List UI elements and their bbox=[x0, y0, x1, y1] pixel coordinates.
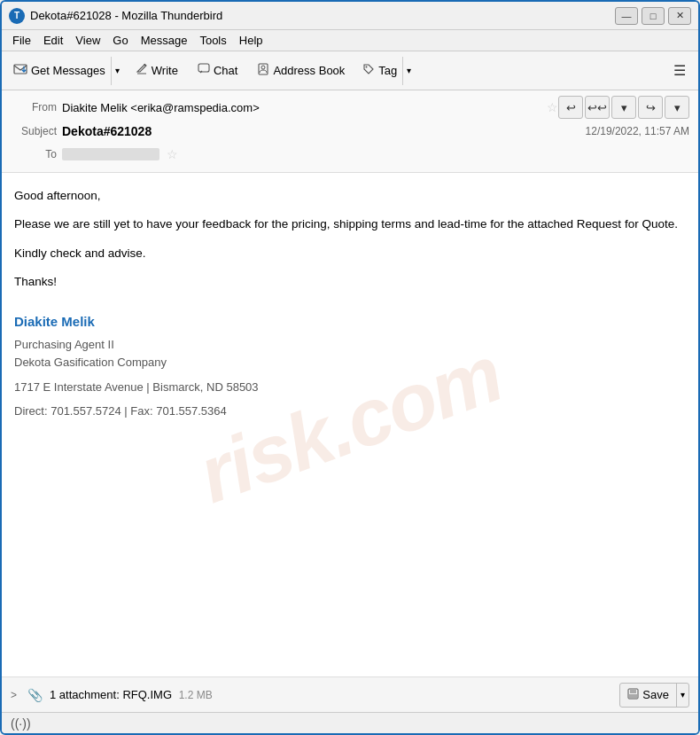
menu-edit[interactable]: Edit bbox=[38, 32, 68, 49]
to-value-placeholder bbox=[62, 148, 159, 160]
to-label: To bbox=[11, 148, 57, 160]
more-actions-button[interactable]: ▾ bbox=[665, 96, 689, 119]
menu-tools[interactable]: Tools bbox=[194, 32, 231, 49]
menu-go[interactable]: Go bbox=[107, 32, 133, 49]
app-icon: T bbox=[9, 8, 25, 24]
tag-button[interactable]: Tag bbox=[357, 57, 402, 85]
body-paragraph3: Thanks! bbox=[14, 273, 686, 291]
get-messages-label: Get Messages bbox=[31, 64, 105, 77]
attachment-name: 1 attachment: RFQ.IMG bbox=[50, 688, 172, 701]
sig-contact: Direct: 701.557.5724 | Fax: 701.557.5364 bbox=[14, 403, 686, 420]
email-body: risk.com Good afternoon, Please we are s… bbox=[2, 173, 698, 676]
address-book-button[interactable]: Address Book bbox=[249, 57, 353, 85]
get-messages-split: Get Messages ▾ bbox=[7, 56, 124, 86]
email-signature: Diakite Melik Purchasing Agent II Dekota… bbox=[14, 312, 686, 420]
minimize-button[interactable]: — bbox=[615, 7, 638, 25]
sig-title: Purchasing Agent II bbox=[14, 336, 686, 354]
greeting: Good afternoon, bbox=[14, 187, 686, 205]
svg-point-5 bbox=[366, 66, 368, 68]
write-button[interactable]: Write bbox=[128, 57, 186, 85]
svg-point-4 bbox=[261, 66, 265, 69]
attachment-bar: > 📎 1 attachment: RFQ.IMG 1.2 MB Save ▾ bbox=[2, 676, 698, 712]
to-star-icon[interactable]: ☆ bbox=[167, 147, 178, 161]
from-star-icon[interactable]: ☆ bbox=[547, 100, 558, 114]
body-paragraph2: Kindly check and advise. bbox=[14, 245, 686, 262]
window-title: Dekota#621028 - Mozilla Thunderbird bbox=[30, 9, 615, 22]
sig-company: Dekota Gasification Company bbox=[14, 354, 686, 371]
sig-address: 1717 E Interstate Avenue | Bismarck, ND … bbox=[14, 379, 686, 396]
svg-rect-7 bbox=[630, 689, 636, 693]
toolbar: Get Messages ▾ Write Cha bbox=[2, 51, 698, 90]
svg-rect-0 bbox=[14, 65, 27, 74]
reply-all-button[interactable]: ↩↩ bbox=[585, 96, 610, 119]
address-book-icon bbox=[257, 63, 269, 78]
maximize-button[interactable]: □ bbox=[642, 7, 665, 25]
subject-value: Dekota#621028 bbox=[62, 124, 586, 138]
save-dropdown[interactable]: ▾ bbox=[676, 684, 688, 707]
menu-file[interactable]: File bbox=[7, 32, 36, 49]
email-header: From Diakite Melik <erika@ramspedia.com>… bbox=[2, 90, 698, 173]
to-row: To ☆ bbox=[11, 144, 689, 165]
reply-button[interactable]: ↩ bbox=[558, 96, 583, 119]
status-bar: ((·)) bbox=[2, 712, 698, 733]
close-button[interactable]: ✕ bbox=[668, 7, 691, 25]
menu-help[interactable]: Help bbox=[234, 32, 268, 49]
save-label: Save bbox=[642, 688, 669, 701]
tag-dropdown[interactable]: ▾ bbox=[402, 57, 415, 85]
nav-actions: ↩ ↩↩ ▾ ↪ ▾ bbox=[558, 96, 689, 119]
chat-label: Chat bbox=[214, 64, 237, 77]
nav-dropdown-button[interactable]: ▾ bbox=[611, 96, 636, 119]
wifi-icon: ((·)) bbox=[11, 716, 31, 731]
attachment-expand[interactable]: > bbox=[11, 689, 17, 701]
write-icon bbox=[136, 63, 148, 78]
get-messages-dropdown[interactable]: ▾ bbox=[111, 57, 123, 85]
svg-rect-8 bbox=[629, 694, 637, 698]
attachment-size: 1.2 MB bbox=[179, 689, 213, 701]
subject-row: Subject Dekota#621028 12/19/2022, 11:57 … bbox=[11, 121, 689, 142]
tag-icon bbox=[362, 63, 375, 78]
timestamp: 12/19/2022, 11:57 AM bbox=[586, 125, 689, 137]
write-label: Write bbox=[152, 64, 178, 77]
from-value: Diakite Melik <erika@ramspedia.com> bbox=[62, 101, 543, 114]
chat-button[interactable]: Chat bbox=[190, 57, 245, 85]
save-button[interactable]: Save bbox=[620, 684, 676, 707]
main-window: T Dekota#621028 - Mozilla Thunderbird — … bbox=[0, 0, 700, 735]
chat-icon bbox=[198, 63, 210, 78]
from-row: From Diakite Melik <erika@ramspedia.com>… bbox=[11, 96, 689, 119]
subject-label: Subject bbox=[11, 125, 57, 137]
title-bar: T Dekota#621028 - Mozilla Thunderbird — … bbox=[2, 2, 698, 30]
tag-label: Tag bbox=[378, 64, 397, 77]
hamburger-button[interactable]: ☰ bbox=[666, 59, 693, 82]
tag-split: Tag ▾ bbox=[356, 56, 416, 86]
attachment-clip-icon: 📎 bbox=[27, 688, 43, 702]
svg-rect-2 bbox=[198, 64, 209, 72]
get-messages-icon bbox=[13, 62, 27, 79]
save-split-button: Save ▾ bbox=[619, 683, 689, 708]
get-messages-button[interactable]: Get Messages bbox=[8, 57, 111, 85]
menu-bar: File Edit View Go Message Tools Help bbox=[2, 30, 698, 51]
body-paragraph1: Please we are still yet to have your fee… bbox=[14, 215, 686, 233]
sig-name: Diakite Melik bbox=[14, 312, 686, 332]
from-label: From bbox=[11, 101, 57, 113]
menu-view[interactable]: View bbox=[70, 32, 105, 49]
save-icon bbox=[627, 688, 639, 702]
forward-button[interactable]: ↪ bbox=[638, 96, 663, 119]
window-controls: — □ ✕ bbox=[615, 7, 691, 25]
menu-message[interactable]: Message bbox=[136, 32, 193, 49]
attachment-label: 1 attachment: RFQ.IMG 1.2 MB bbox=[50, 688, 612, 701]
address-book-label: Address Book bbox=[273, 64, 345, 77]
